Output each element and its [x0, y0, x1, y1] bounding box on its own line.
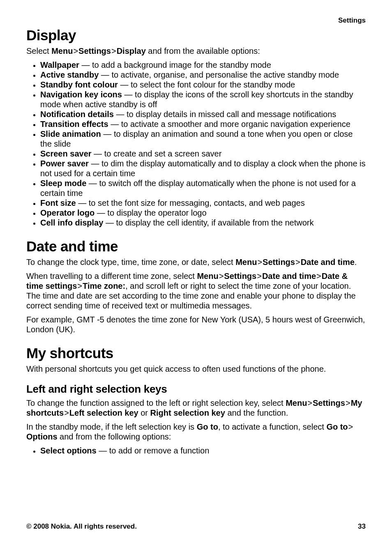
- datetime-p2: When travelling to a different time zone…: [26, 271, 366, 311]
- list-item: Standby font colour — to select the font…: [40, 80, 366, 90]
- header-section-label: Settings: [338, 16, 366, 25]
- list-item: Transition effects — to activate a smoot…: [40, 119, 366, 129]
- footer-page-number: 33: [358, 522, 366, 531]
- heading-date-time: Date and time: [26, 238, 366, 255]
- list-item: Navigation key icons — to display the ic…: [40, 90, 366, 109]
- list-item: Active standby — to activate, organise, …: [40, 70, 366, 80]
- heading-my-shortcuts: My shortcuts: [26, 345, 366, 361]
- list-item: Notification details — to display detail…: [40, 109, 366, 119]
- subheading-selection-keys: Left and right selection keys: [26, 383, 366, 396]
- footer-copyright: © 2008 Nokia. All rights reserved.: [26, 522, 137, 531]
- list-item: Power saver — to dim the display automat…: [40, 159, 366, 178]
- list-item: Select options — to add or remove a func…: [40, 446, 366, 456]
- selection-keys-options-list: Select options — to add or remove a func…: [26, 446, 366, 456]
- display-intro: Select Menu > Settings > Display and fro…: [26, 46, 366, 56]
- list-item: Sleep mode — to switch off the display a…: [40, 178, 366, 198]
- list-item: Screen saver — to create and set a scree…: [40, 149, 366, 159]
- list-item: Cell info display — to display the cell …: [40, 218, 366, 228]
- heading-display: Display: [26, 27, 366, 44]
- list-item: Operator logo — to display the operator …: [40, 208, 366, 218]
- datetime-p1: To change the clock type, time, time zon…: [26, 257, 366, 267]
- document-page: Settings Display Select Menu > Settings …: [0, 0, 392, 543]
- display-options-list: Wallpaper — to add a background image fo…: [26, 60, 366, 228]
- list-item: Wallpaper — to add a background image fo…: [40, 60, 366, 70]
- list-item: Font size — to set the font size for mes…: [40, 198, 366, 208]
- datetime-p3: For example, GMT -5 denotes the time zon…: [26, 315, 366, 334]
- shortcuts-intro: With personal shortcuts you get quick ac…: [26, 364, 366, 374]
- selection-keys-p1: To change the function assigned to the l…: [26, 398, 366, 418]
- selection-keys-p2: In the standby mode, if the left selecti…: [26, 422, 366, 442]
- list-item: Slide animation — to display an animatio…: [40, 129, 366, 149]
- page-footer: © 2008 Nokia. All rights reserved. 33: [26, 522, 366, 531]
